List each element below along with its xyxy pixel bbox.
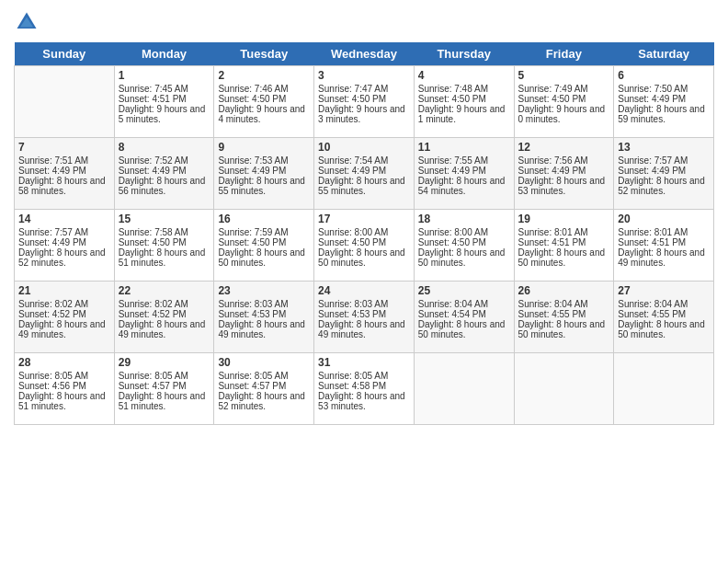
week-row-5: 28Sunrise: 8:05 AMSunset: 4:56 PMDayligh… (15, 353, 714, 425)
day-cell: 13Sunrise: 7:57 AMSunset: 4:49 PMDayligh… (614, 138, 714, 210)
daylight-text: Daylight: 8 hours and 50 minutes. (518, 247, 610, 268)
day-header-thursday: Thursday (414, 42, 514, 66)
day-number: 10 (318, 141, 410, 154)
daylight-text: Daylight: 8 hours and 50 minutes. (218, 247, 310, 268)
day-number: 15 (119, 213, 210, 225)
sunrise-text: Sunrise: 8:05 AM (218, 371, 310, 381)
daylight-text: Daylight: 8 hours and 55 minutes. (318, 176, 410, 196)
calendar-table: SundayMondayTuesdayWednesdayThursdayFrid… (14, 42, 714, 425)
sunset-text: Sunset: 4:50 PM (418, 237, 510, 247)
sunrise-text: Sunrise: 8:05 AM (119, 371, 210, 381)
daylight-text: Daylight: 8 hours and 50 minutes. (518, 319, 610, 339)
sunset-text: Sunset: 4:52 PM (18, 309, 110, 319)
sunset-text: Sunset: 4:49 PM (618, 166, 710, 176)
daylight-text: Daylight: 9 hours and 5 minutes. (119, 104, 210, 124)
day-cell: 3Sunrise: 7:47 AMSunset: 4:50 PMDaylight… (314, 66, 415, 138)
day-cell: 10Sunrise: 7:54 AMSunset: 4:49 PMDayligh… (314, 138, 415, 210)
sunrise-text: Sunrise: 7:59 AM (218, 227, 310, 237)
sunrise-text: Sunrise: 7:53 AM (218, 155, 310, 166)
sunrise-text: Sunrise: 8:01 AM (518, 227, 610, 237)
day-cell: 22Sunrise: 8:02 AMSunset: 4:52 PMDayligh… (114, 282, 214, 353)
sunset-text: Sunset: 4:50 PM (418, 94, 510, 104)
sunset-text: Sunset: 4:55 PM (518, 309, 610, 319)
day-cell (15, 66, 115, 138)
page-container: SundayMondayTuesdayWednesdayThursdayFrid… (0, 0, 728, 563)
sunrise-text: Sunrise: 7:46 AM (218, 84, 310, 94)
sunset-text: Sunset: 4:49 PM (18, 166, 110, 176)
sunset-text: Sunset: 4:57 PM (218, 381, 310, 391)
day-number: 20 (618, 213, 710, 225)
day-cell: 8Sunrise: 7:52 AMSunset: 4:49 PMDaylight… (114, 138, 214, 210)
daylight-text: Daylight: 8 hours and 52 minutes. (18, 247, 110, 268)
day-cell: 4Sunrise: 7:48 AMSunset: 4:50 PMDaylight… (414, 66, 514, 138)
day-number: 6 (618, 69, 710, 82)
sunrise-text: Sunrise: 8:02 AM (119, 299, 210, 309)
day-number: 17 (318, 213, 410, 225)
sunset-text: Sunset: 4:50 PM (218, 237, 310, 247)
day-number: 11 (418, 141, 510, 154)
daylight-text: Daylight: 8 hours and 51 minutes. (18, 391, 110, 411)
day-number: 1 (119, 69, 210, 82)
day-number: 5 (518, 69, 610, 82)
day-cell: 14Sunrise: 7:57 AMSunset: 4:49 PMDayligh… (15, 210, 115, 282)
sunset-text: Sunset: 4:50 PM (218, 94, 310, 104)
day-number: 2 (218, 69, 310, 82)
sunrise-text: Sunrise: 7:56 AM (518, 155, 610, 166)
day-cell: 16Sunrise: 7:59 AMSunset: 4:50 PMDayligh… (214, 210, 314, 282)
sunrise-text: Sunrise: 8:05 AM (18, 371, 110, 381)
day-header-sunday: Sunday (15, 42, 115, 66)
day-cell (614, 353, 714, 425)
daylight-text: Daylight: 8 hours and 59 minutes. (618, 104, 710, 124)
day-number: 8 (119, 141, 210, 154)
sunset-text: Sunset: 4:50 PM (318, 237, 410, 247)
sunset-text: Sunset: 4:50 PM (318, 94, 410, 104)
sunrise-text: Sunrise: 8:00 AM (318, 227, 410, 237)
sunset-text: Sunset: 4:51 PM (518, 237, 610, 247)
day-number: 18 (418, 213, 510, 225)
daylight-text: Daylight: 8 hours and 52 minutes. (618, 176, 710, 196)
day-cell: 27Sunrise: 8:04 AMSunset: 4:55 PMDayligh… (614, 282, 714, 353)
daylight-text: Daylight: 8 hours and 53 minutes. (318, 391, 410, 411)
day-number: 30 (218, 356, 310, 369)
day-cell: 28Sunrise: 8:05 AMSunset: 4:56 PMDayligh… (15, 353, 115, 425)
daylight-text: Daylight: 9 hours and 0 minutes. (518, 104, 610, 124)
sunrise-text: Sunrise: 7:47 AM (318, 84, 410, 94)
day-cell: 5Sunrise: 7:49 AMSunset: 4:50 PMDaylight… (514, 66, 614, 138)
week-row-2: 7Sunrise: 7:51 AMSunset: 4:49 PMDaylight… (15, 138, 714, 210)
sunset-text: Sunset: 4:49 PM (418, 166, 510, 176)
sunset-text: Sunset: 4:49 PM (18, 237, 110, 247)
daylight-text: Daylight: 8 hours and 58 minutes. (18, 176, 110, 196)
sunrise-text: Sunrise: 7:57 AM (618, 155, 710, 166)
sunrise-text: Sunrise: 7:52 AM (119, 155, 210, 166)
day-number: 31 (318, 356, 410, 369)
sunrise-text: Sunrise: 8:05 AM (318, 371, 410, 381)
logo-icon (14, 9, 40, 35)
sunrise-text: Sunrise: 8:02 AM (18, 299, 110, 309)
day-number: 23 (218, 284, 310, 297)
sunset-text: Sunset: 4:53 PM (318, 309, 410, 319)
day-number: 28 (18, 356, 110, 369)
sunset-text: Sunset: 4:54 PM (418, 309, 510, 319)
day-number: 14 (18, 213, 110, 225)
day-number: 3 (318, 69, 410, 82)
sunrise-text: Sunrise: 7:48 AM (418, 84, 510, 94)
logo (14, 9, 43, 35)
sunset-text: Sunset: 4:58 PM (318, 381, 410, 391)
sunrise-text: Sunrise: 8:00 AM (418, 227, 510, 237)
day-number: 12 (518, 141, 610, 154)
sunrise-text: Sunrise: 7:57 AM (18, 227, 110, 237)
sunset-text: Sunset: 4:57 PM (119, 381, 210, 391)
sunrise-text: Sunrise: 7:45 AM (119, 84, 210, 94)
sunset-text: Sunset: 4:49 PM (518, 166, 610, 176)
sunset-text: Sunset: 4:55 PM (618, 309, 710, 319)
daylight-text: Daylight: 8 hours and 50 minutes. (418, 319, 510, 339)
day-cell: 1Sunrise: 7:45 AMSunset: 4:51 PMDaylight… (114, 66, 214, 138)
sunrise-text: Sunrise: 8:04 AM (518, 299, 610, 309)
sunset-text: Sunset: 4:56 PM (18, 381, 110, 391)
week-row-3: 14Sunrise: 7:57 AMSunset: 4:49 PMDayligh… (15, 210, 714, 282)
sunset-text: Sunset: 4:49 PM (618, 94, 710, 104)
sunset-text: Sunset: 4:52 PM (119, 309, 210, 319)
day-number: 25 (418, 284, 510, 297)
day-header-friday: Friday (514, 42, 614, 66)
day-header-monday: Monday (114, 42, 214, 66)
